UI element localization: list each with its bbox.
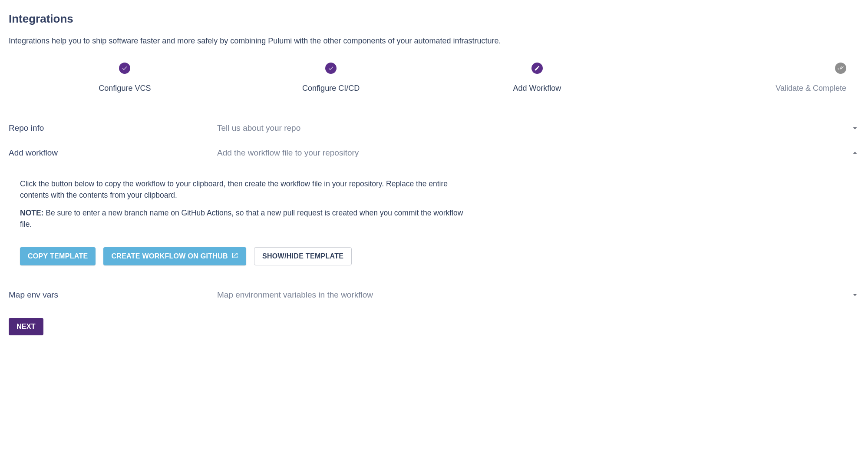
chevron-down-icon (849, 291, 859, 299)
workflow-instructions: Click the button below to copy the workf… (20, 178, 465, 201)
section-title: Repo info (9, 122, 217, 135)
section-title: Map env vars (9, 289, 217, 301)
stepper-line (549, 68, 772, 68)
footer-actions: NEXT (9, 318, 859, 335)
workflow-note: NOTE: Be sure to enter a new branch name… (20, 207, 465, 230)
page-intro: Integrations help you to ship software f… (9, 35, 859, 47)
step-configure-cicd[interactable]: Configure CI/CD (228, 63, 434, 94)
step-label: Add Workflow (434, 83, 640, 94)
step-label: Configure CI/CD (228, 83, 434, 94)
pencil-icon (531, 63, 543, 74)
step-add-workflow[interactable]: Add Workflow (434, 63, 640, 94)
section-add-workflow-body: Click the button below to copy the workf… (9, 165, 465, 283)
chevron-up-icon (849, 149, 859, 157)
button-label: CREATE WORKFLOW ON GITHUB (111, 252, 228, 260)
create-workflow-github-button[interactable]: CREATE WORKFLOW ON GITHUB (103, 247, 246, 265)
show-hide-template-button[interactable]: SHOW/HIDE TEMPLATE (254, 247, 352, 265)
section-add-workflow[interactable]: Add workflow Add the workflow file to yo… (9, 141, 859, 165)
section-title: Add workflow (9, 147, 217, 159)
external-link-icon (231, 252, 238, 261)
stepper-line (319, 68, 533, 68)
page-title: Integrations (9, 10, 859, 27)
progress-stepper: Configure VCS Configure CI/CD Add Workfl… (22, 63, 846, 94)
section-map-env-vars[interactable]: Map env vars Map environment variables i… (9, 283, 859, 308)
copy-template-button[interactable]: COPY TEMPLATE (20, 247, 96, 265)
chevron-down-icon (849, 124, 859, 132)
section-desc: Tell us about your repo (217, 122, 849, 135)
workflow-button-row: COPY TEMPLATE CREATE WORKFLOW ON GITHUB … (20, 247, 465, 265)
next-button[interactable]: NEXT (9, 318, 43, 335)
double-check-icon (835, 63, 846, 74)
step-validate-complete[interactable]: Validate & Complete (640, 63, 846, 94)
note-text: Be sure to enter a new branch name on Gi… (20, 208, 463, 228)
step-label: Validate & Complete (640, 83, 846, 94)
check-icon (119, 63, 130, 74)
step-label: Configure VCS (22, 83, 228, 94)
section-desc: Add the workflow file to your repository (217, 147, 849, 159)
check-icon (325, 63, 337, 74)
section-desc: Map environment variables in the workflo… (217, 289, 849, 301)
section-repo-info[interactable]: Repo info Tell us about your repo (9, 116, 859, 141)
step-configure-vcs[interactable]: Configure VCS (22, 63, 228, 94)
note-label: NOTE: (20, 208, 43, 217)
